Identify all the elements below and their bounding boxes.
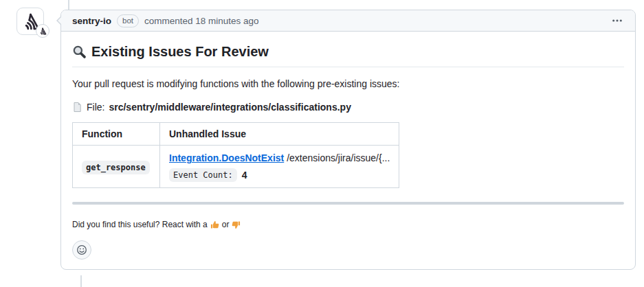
issues-table: Function Unhandled Issue get_response In… [72, 122, 399, 188]
footer-question: Did you find this useful? React with a [72, 220, 208, 229]
avatar[interactable] [16, 8, 44, 35]
table-row: get_response Integration.DoesNotExist /e… [73, 146, 399, 188]
function-cell: get_response [73, 146, 160, 188]
intro-text: Your pull request is modifying functions… [72, 77, 624, 91]
bot-badge: bot [117, 14, 139, 27]
search-icon [72, 45, 87, 59]
divider [72, 202, 624, 205]
avatar-badge [36, 24, 49, 38]
event-count-label: Event Count: [169, 168, 237, 182]
column-header-issue: Unhandled Issue [160, 123, 399, 146]
section-title-text: Existing Issues For Review [91, 44, 269, 60]
timeline-line-bottom [80, 275, 82, 287]
issue-cell: Integration.DoesNotExist /extensions/jir… [160, 146, 399, 188]
author-login[interactable]: sentry-io [72, 16, 111, 26]
kebab-icon [612, 15, 623, 26]
smiley-icon [76, 244, 87, 255]
file-label: File: [87, 102, 104, 113]
comment-timestamp[interactable]: commented 18 minutes ago [144, 16, 259, 26]
table-header-row: Function Unhandled Issue [73, 123, 399, 146]
thumbs-up-icon [210, 220, 219, 229]
add-reaction-button[interactable] [72, 240, 91, 260]
column-header-function: Function [73, 123, 160, 146]
comment-body: Existing Issues For Review Your pull req… [61, 32, 635, 269]
timeline-line-top [68, 0, 69, 10]
footer-text: Did you find this useful? React with a o… [72, 220, 624, 229]
issue-path: /extensions/jira/issue/{... [287, 152, 390, 163]
comment-card: sentry-io bot commented 18 minutes ago E… [60, 10, 636, 270]
footer-or: or [222, 220, 230, 229]
kebab-menu-button[interactable] [610, 14, 624, 27]
file-path: src/sentry/middleware/integrations/class… [109, 102, 351, 113]
file-line: File: src/sentry/middleware/integrations… [72, 102, 624, 113]
file-icon [72, 102, 82, 113]
comment-header: sentry-io bot commented 18 minutes ago [61, 10, 635, 32]
sentry-logo-mini-icon [38, 27, 47, 35]
event-count-value: 4 [242, 170, 247, 181]
thumbs-down-icon [232, 220, 241, 229]
issue-line: Integration.DoesNotExist /extensions/jir… [169, 151, 390, 165]
function-name: get_response [82, 161, 150, 174]
section-title: Existing Issues For Review [72, 43, 624, 67]
event-count-line: Event Count: 4 [169, 168, 390, 182]
issue-link[interactable]: Integration.DoesNotExist [169, 152, 284, 163]
